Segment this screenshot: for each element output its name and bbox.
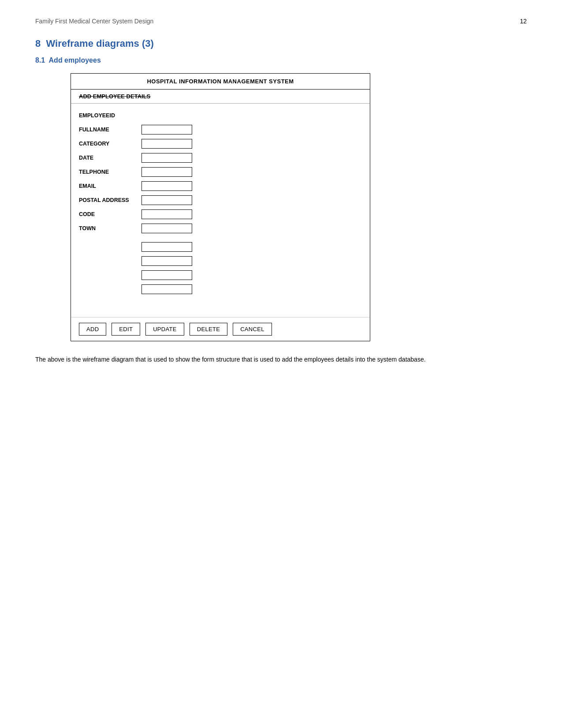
edit-button[interactable]: EDIT (112, 323, 140, 336)
page-header: Family First Medical Center System Desig… (35, 18, 527, 25)
button-row: ADD EDIT UPDATE DELETE CANCEL (71, 317, 370, 341)
field-label-date: DATE (79, 153, 136, 163)
page-number: 12 (520, 18, 527, 25)
description-text: The above is the wireframe diagram that … (35, 355, 432, 364)
input-date[interactable] (141, 153, 192, 163)
input-extra-3[interactable] (141, 270, 192, 280)
input-fullname[interactable] (141, 125, 192, 134)
spacer-employeeid (141, 111, 192, 120)
input-extra-2[interactable] (141, 256, 192, 266)
subsection-heading: 8.1 Add employees (35, 56, 527, 64)
field-label-employeeid: EMPLOYEEID (79, 111, 136, 120)
field-label-fullname: FULLNAME (79, 125, 136, 134)
field-label-telphone: TELPHONE (79, 167, 136, 177)
field-label-category: CATEGORY (79, 139, 136, 149)
wireframe-diagram: HOSPITAL INFORMATION MANAGEMENT SYSTEM A… (71, 73, 370, 341)
input-telphone[interactable] (141, 167, 192, 177)
field-inputs (141, 111, 192, 294)
delete-button[interactable]: DELETE (190, 323, 227, 336)
input-postal-address[interactable] (141, 195, 192, 205)
input-extra-4[interactable] (141, 284, 192, 294)
field-label-code: CODE (79, 209, 136, 219)
input-code[interactable] (141, 209, 192, 219)
wireframe-body: EMPLOYEEID FULLNAME CATEGORY DATE TELPHO… (71, 104, 370, 306)
field-label-email: EMAIL (79, 181, 136, 191)
wireframe-title: HOSPITAL INFORMATION MANAGEMENT SYSTEM (71, 74, 370, 90)
section-heading: 8 Wireframe diagrams (3) (35, 38, 527, 49)
input-town[interactable] (141, 224, 192, 233)
field-label-postal-address: POSTAL ADDRESS (79, 195, 136, 205)
cancel-button[interactable]: CANCEL (233, 323, 272, 336)
add-button[interactable]: ADD (79, 323, 106, 336)
input-category[interactable] (141, 139, 192, 149)
form-area: EMPLOYEEID FULLNAME CATEGORY DATE TELPHO… (79, 111, 362, 294)
field-labels: EMPLOYEEID FULLNAME CATEGORY DATE TELPHO… (79, 111, 136, 294)
field-label-town: TOWN (79, 224, 136, 233)
update-button[interactable]: UPDATE (145, 323, 184, 336)
wireframe-subtitle: ADD EMPLOYEE DETAILS (71, 90, 370, 104)
input-extra-1[interactable] (141, 242, 192, 252)
doc-title: Family First Medical Center System Desig… (35, 18, 153, 25)
input-email[interactable] (141, 181, 192, 191)
